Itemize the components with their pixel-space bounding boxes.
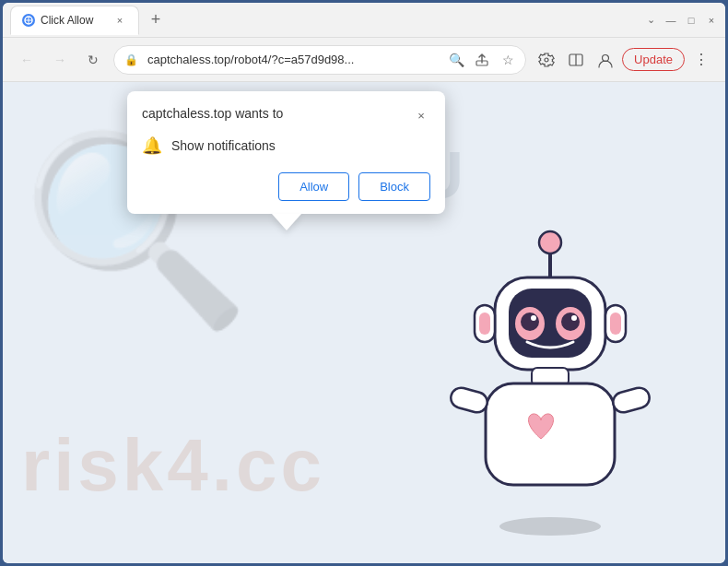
bell-icon: 🔔 xyxy=(142,136,162,156)
notification-text: Show notifications xyxy=(171,138,276,153)
svg-point-17 xyxy=(571,315,577,321)
popup-actions: Allow Block xyxy=(142,172,430,201)
back-icon: ← xyxy=(20,53,33,67)
share-icon[interactable] xyxy=(471,49,493,71)
popup-title: captchaless.top wants to xyxy=(142,106,283,121)
lock-icon: 🔒 xyxy=(124,53,138,66)
svg-rect-24 xyxy=(449,385,489,415)
svg-point-9 xyxy=(539,231,561,254)
bookmark-icon[interactable]: ☆ xyxy=(497,49,519,71)
notification-row: 🔔 Show notifications xyxy=(142,136,430,156)
svg-point-4 xyxy=(545,58,548,62)
tab-favicon xyxy=(22,14,35,27)
reload-button[interactable]: ↻ xyxy=(80,47,106,73)
menu-icon[interactable]: ⋮ xyxy=(688,47,714,73)
svg-rect-25 xyxy=(611,385,652,415)
profile-icon[interactable] xyxy=(593,47,618,73)
minimize-button[interactable]: — xyxy=(664,14,677,27)
svg-rect-23 xyxy=(486,383,615,485)
svg-point-14 xyxy=(521,312,539,331)
address-bar: ← → ↻ 🔒 captchaless.top/robot4/?c=a57d9d… xyxy=(3,38,725,82)
popup-header: captchaless.top wants to × xyxy=(142,106,430,124)
browser-tab[interactable]: Click Allow × xyxy=(10,6,139,35)
robot-svg xyxy=(430,222,670,536)
svg-point-15 xyxy=(561,312,580,331)
forward-button[interactable]: → xyxy=(47,47,73,73)
robot-illustration xyxy=(430,222,670,536)
svg-point-16 xyxy=(531,315,536,321)
reload-icon: ↻ xyxy=(88,53,99,67)
allow-button[interactable]: Allow xyxy=(278,172,349,201)
new-tab-button[interactable]: + xyxy=(143,7,169,33)
popup-close-button[interactable]: × xyxy=(412,106,430,124)
close-button[interactable]: × xyxy=(705,14,718,27)
tab-close-button[interactable]: × xyxy=(112,13,127,28)
extensions-icon[interactable] xyxy=(534,47,559,73)
address-actions: 🔍 ☆ xyxy=(445,49,519,71)
browser-content: 🔍 OU risk4.cc xyxy=(3,82,725,563)
notification-popup: captchaless.top wants to × 🔔 Show notifi… xyxy=(127,91,445,214)
popup-tail xyxy=(272,214,301,230)
browser-window: Click Allow × + ⌄ — □ × ← → ↻ 🔒 captchal… xyxy=(3,3,725,563)
address-input-wrapper: 🔒 captchaless.top/robot4/?c=a57d9d98... … xyxy=(113,45,526,75)
svg-point-26 xyxy=(499,517,601,536)
search-icon[interactable]: 🔍 xyxy=(445,49,467,71)
window-controls: ⌄ — □ × xyxy=(644,14,718,27)
watermark-text: risk4.cc xyxy=(21,423,325,508)
svg-rect-20 xyxy=(479,312,490,335)
back-button[interactable]: ← xyxy=(14,47,40,73)
update-button[interactable]: Update xyxy=(622,48,685,71)
chevron-down-icon[interactable]: ⌄ xyxy=(644,14,657,27)
forward-icon: → xyxy=(53,53,66,67)
toolbar-icons: Update ⋮ xyxy=(534,47,714,73)
block-button[interactable]: Block xyxy=(358,172,430,201)
tab-title: Click Allow xyxy=(41,14,107,27)
split-screen-icon[interactable] xyxy=(563,47,589,73)
maximize-button[interactable]: □ xyxy=(685,14,698,27)
title-bar: Click Allow × + ⌄ — □ × xyxy=(3,3,725,38)
tab-area: Click Allow × + xyxy=(10,6,637,35)
svg-rect-21 xyxy=(610,312,621,335)
